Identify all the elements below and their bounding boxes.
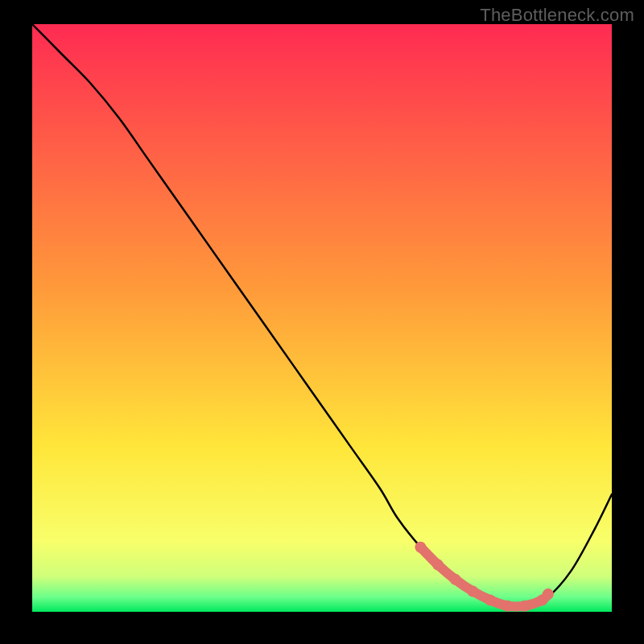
watermark-text: TheBottleneck.com bbox=[480, 5, 634, 26]
chart-frame: TheBottleneck.com bbox=[0, 0, 644, 644]
gradient-background bbox=[32, 24, 612, 612]
chart-svg bbox=[32, 24, 612, 612]
highlight-dot bbox=[432, 559, 444, 571]
highlight-dot bbox=[485, 594, 496, 605]
highlight-dot bbox=[502, 601, 513, 612]
highlight-dot bbox=[519, 601, 530, 612]
highlight-dot bbox=[543, 588, 554, 600]
highlight-dot bbox=[415, 542, 426, 553]
chart-plot-area bbox=[32, 24, 612, 612]
highlight-dot bbox=[450, 574, 461, 585]
highlight-dot bbox=[467, 585, 478, 597]
